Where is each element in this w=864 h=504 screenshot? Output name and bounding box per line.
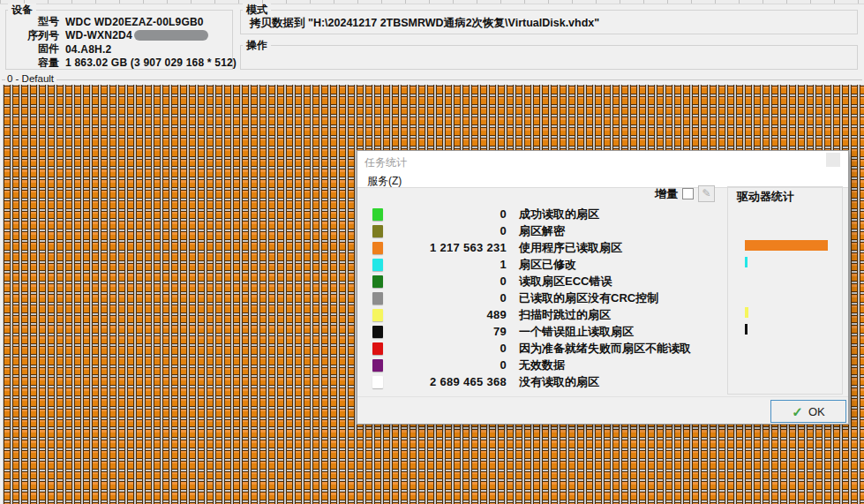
- dialog-footer-separator: [357, 396, 848, 397]
- swatch-red: [372, 342, 383, 355]
- mode-group: 模式 拷贝数据到 "H:\20241217 2TBSMRWD通病2次恢复\Vir…: [240, 10, 858, 34]
- map-legend-line-right: [56, 79, 862, 80]
- stat-row-read-ok: 0 成功读取的扇区: [372, 206, 599, 222]
- stat-row-not-ready: 0 因为准备就绪失败而扇区不能读取: [372, 340, 691, 357]
- device-group: 设备 型号 WDC WD20EZAZ-00L9GB0 序列号 WD-WXN2D4…: [5, 10, 233, 70]
- recovery-app-window: 设备 型号 WDC WD20EZAZ-00L9GB0 序列号 WD-WXN2D4…: [0, 0, 864, 504]
- operation-group-title: 操作: [243, 39, 271, 51]
- stat-row-decrypted: 0 扇区解密: [372, 222, 565, 239]
- pencil-icon[interactable]: ✎: [698, 185, 715, 202]
- device-field-model: 型号 WDC WD20EZAZ-00L9GB0: [8, 15, 237, 29]
- dialog-title: 任务统计: [364, 155, 407, 170]
- close-icon[interactable]: [826, 153, 840, 167]
- task-statistics-dialog: 任务统计 服务(Z) 增量 ✎ 0 成功读取的扇区 0 扇区解密 1 217 5…: [357, 150, 849, 425]
- drive-statistics-panel: 驱动器统计: [727, 186, 843, 395]
- device-field-capacity: 容量 1 863.02 GB (3 907 029 168 * 512): [8, 56, 237, 71]
- increment-checkbox[interactable]: [682, 188, 694, 199]
- chart-bar-program-read: [745, 240, 828, 251]
- device-field-serial: 序列号 WD-WXN2D4: [8, 29, 237, 43]
- menu-item-service[interactable]: 服务(Z): [364, 173, 404, 190]
- swatch-orange: [372, 242, 383, 254]
- top-ruler-strip: [0, 0, 864, 4]
- increment-controls: 增量 ✎: [655, 185, 715, 202]
- ok-button[interactable]: ✓ OK: [770, 400, 846, 423]
- swatch-darkgreen: [372, 275, 383, 288]
- swatch-purple: [372, 359, 383, 372]
- swatch-gray: [372, 292, 383, 305]
- stat-row-invalid-data: 0 无效数据: [372, 357, 565, 373]
- map-legend-line-left: [2, 79, 5, 80]
- chart-bar-skipped: [745, 307, 748, 318]
- device-fields: 型号 WDC WD20EZAZ-00L9GB0 序列号 WD-WXN2D4 固件…: [8, 15, 237, 70]
- swatch-olive: [372, 225, 383, 237]
- redaction-blob: [134, 30, 208, 41]
- device-field-firmware: 固件 04.A8H.2: [8, 42, 237, 56]
- stat-row-modified: 1 扇区已修改: [372, 256, 576, 273]
- swatch-white: [372, 376, 383, 388]
- mode-group-title: 模式: [243, 4, 271, 16]
- increment-label: 增量: [655, 186, 678, 202]
- operation-group: 操作: [240, 45, 858, 70]
- map-title: 0 - Default: [7, 73, 54, 84]
- ok-button-label: OK: [808, 405, 825, 418]
- swatch-yellow: [372, 309, 383, 321]
- chart-bar-error-blocked: [745, 324, 748, 335]
- stat-row-error-blocked: 79 一个错误阻止读取扇区: [372, 323, 634, 340]
- stat-row-ecc-error: 0 读取扇区ECC错误: [372, 273, 612, 290]
- swatch-green: [372, 208, 383, 221]
- swatch-cyan: [372, 259, 383, 271]
- drive-statistics-title: 驱动器统计: [737, 189, 794, 205]
- chart-bar-modified: [745, 257, 748, 267]
- stat-row-program-read: 1 217 563 231 使用程序已读取扇区: [372, 239, 622, 256]
- copy-target-path: 拷贝数据到 "H:\20241217 2TBSMRWD通病2次恢复\Virtua…: [250, 16, 599, 31]
- stat-row-skipped: 489 扫描时跳过的扇区: [372, 306, 611, 323]
- dialog-titlebar[interactable]: 任务统计: [357, 151, 848, 172]
- stat-row-no-crc: 0 已读取的扇区没有CRC控制: [372, 290, 658, 306]
- stat-row-unread: 2 689 465 368 没有读取的扇区: [372, 373, 599, 390]
- check-icon: ✓: [792, 405, 803, 418]
- swatch-black: [372, 326, 383, 338]
